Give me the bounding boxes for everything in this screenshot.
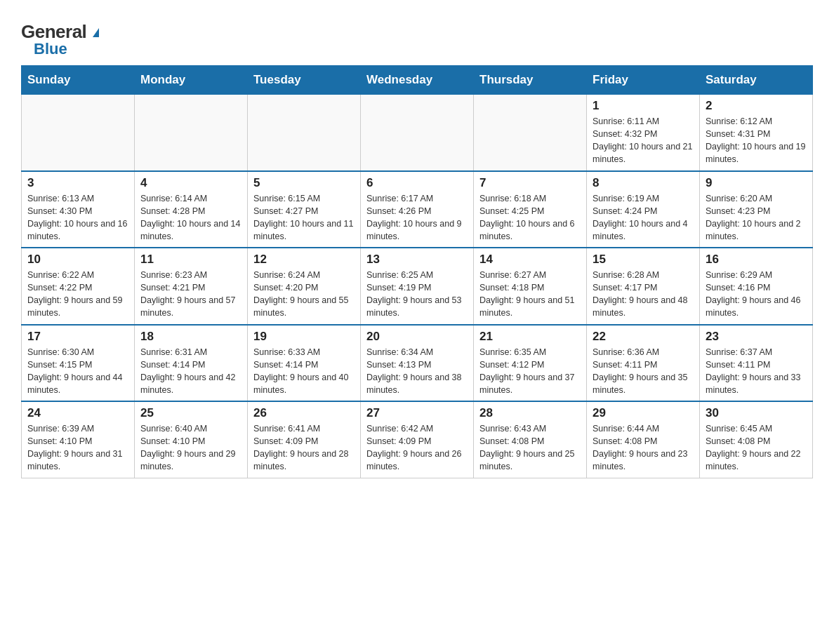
calendar-cell: 10Sunrise: 6:22 AMSunset: 4:22 PMDayligh… [22, 248, 135, 325]
calendar-cell: 18Sunrise: 6:31 AMSunset: 4:14 PMDayligh… [135, 325, 248, 402]
day-number: 26 [253, 406, 355, 420]
weekday-header-tuesday: Tuesday [248, 66, 361, 95]
day-info: Sunrise: 6:29 AMSunset: 4:16 PMDaylight:… [706, 269, 807, 320]
day-info: Sunrise: 6:17 AMSunset: 4:26 PMDaylight:… [366, 192, 468, 243]
calendar-cell: 28Sunrise: 6:43 AMSunset: 4:08 PMDayligh… [474, 401, 587, 478]
calendar-cell [248, 95, 361, 171]
calendar-cell: 29Sunrise: 6:44 AMSunset: 4:08 PMDayligh… [587, 401, 700, 478]
calendar-cell: 8Sunrise: 6:19 AMSunset: 4:24 PMDaylight… [587, 171, 700, 248]
day-info: Sunrise: 6:45 AMSunset: 4:08 PMDaylight:… [706, 422, 807, 474]
weekday-header-wednesday: Wednesday [361, 66, 474, 95]
day-info: Sunrise: 6:42 AMSunset: 4:09 PMDaylight:… [366, 422, 468, 474]
calendar-cell: 25Sunrise: 6:40 AMSunset: 4:10 PMDayligh… [135, 401, 248, 478]
day-info: Sunrise: 6:40 AMSunset: 4:10 PMDaylight:… [140, 422, 241, 474]
day-info: Sunrise: 6:19 AMSunset: 4:24 PMDaylight:… [593, 192, 694, 243]
day-number: 18 [140, 330, 241, 344]
day-number: 25 [140, 406, 241, 420]
day-number: 12 [253, 253, 355, 267]
day-info: Sunrise: 6:24 AMSunset: 4:20 PMDaylight:… [253, 269, 355, 320]
page-header: General Blue [21, 14, 813, 58]
day-number: 15 [593, 253, 694, 267]
calendar-cell: 27Sunrise: 6:42 AMSunset: 4:09 PMDayligh… [361, 401, 474, 478]
day-number: 10 [27, 253, 128, 267]
calendar-cell [135, 95, 248, 171]
day-number: 19 [253, 330, 355, 344]
day-number: 17 [27, 330, 128, 344]
day-info: Sunrise: 6:43 AMSunset: 4:08 PMDaylight:… [479, 422, 581, 474]
day-info: Sunrise: 6:33 AMSunset: 4:14 PMDaylight:… [253, 346, 355, 397]
calendar-cell: 7Sunrise: 6:18 AMSunset: 4:25 PMDaylight… [474, 171, 587, 248]
day-number: 29 [593, 406, 694, 420]
day-info: Sunrise: 6:28 AMSunset: 4:17 PMDaylight:… [593, 269, 694, 320]
day-number: 5 [253, 176, 355, 190]
day-number: 16 [706, 253, 807, 267]
logo-blue-text: Blue [34, 40, 67, 58]
day-number: 27 [366, 406, 468, 420]
day-info: Sunrise: 6:44 AMSunset: 4:08 PMDaylight:… [593, 422, 694, 474]
calendar-week-row: 3Sunrise: 6:13 AMSunset: 4:30 PMDaylight… [22, 171, 813, 248]
calendar-cell: 5Sunrise: 6:15 AMSunset: 4:27 PMDaylight… [248, 171, 361, 248]
calendar-cell: 14Sunrise: 6:27 AMSunset: 4:18 PMDayligh… [474, 248, 587, 325]
day-number: 7 [479, 176, 581, 190]
calendar-cell: 11Sunrise: 6:23 AMSunset: 4:21 PMDayligh… [135, 248, 248, 325]
calendar-cell: 1Sunrise: 6:11 AMSunset: 4:32 PMDaylight… [587, 95, 700, 171]
day-info: Sunrise: 6:25 AMSunset: 4:19 PMDaylight:… [366, 269, 468, 320]
day-info: Sunrise: 6:31 AMSunset: 4:14 PMDaylight:… [140, 346, 241, 397]
weekday-header-thursday: Thursday [474, 66, 587, 95]
day-number: 4 [140, 176, 241, 190]
calendar-cell: 9Sunrise: 6:20 AMSunset: 4:23 PMDaylight… [700, 171, 813, 248]
day-info: Sunrise: 6:34 AMSunset: 4:13 PMDaylight:… [366, 346, 468, 397]
weekday-header-saturday: Saturday [700, 66, 813, 95]
calendar-cell: 26Sunrise: 6:41 AMSunset: 4:09 PMDayligh… [248, 401, 361, 478]
calendar-cell: 6Sunrise: 6:17 AMSunset: 4:26 PMDaylight… [361, 171, 474, 248]
day-number: 1 [593, 99, 694, 113]
day-number: 30 [706, 406, 807, 420]
calendar-cell: 13Sunrise: 6:25 AMSunset: 4:19 PMDayligh… [361, 248, 474, 325]
day-number: 3 [27, 176, 128, 190]
calendar-week-row: 10Sunrise: 6:22 AMSunset: 4:22 PMDayligh… [22, 248, 813, 325]
day-number: 2 [706, 99, 807, 113]
day-number: 22 [593, 330, 694, 344]
day-info: Sunrise: 6:37 AMSunset: 4:11 PMDaylight:… [706, 346, 807, 397]
day-info: Sunrise: 6:41 AMSunset: 4:09 PMDaylight:… [253, 422, 355, 474]
day-number: 24 [27, 406, 128, 420]
day-info: Sunrise: 6:23 AMSunset: 4:21 PMDaylight:… [140, 269, 241, 320]
calendar-cell: 15Sunrise: 6:28 AMSunset: 4:17 PMDayligh… [587, 248, 700, 325]
calendar-cell: 24Sunrise: 6:39 AMSunset: 4:10 PMDayligh… [22, 401, 135, 478]
calendar-cell [361, 95, 474, 171]
calendar-cell: 2Sunrise: 6:12 AMSunset: 4:31 PMDaylight… [700, 95, 813, 171]
day-info: Sunrise: 6:18 AMSunset: 4:25 PMDaylight:… [479, 192, 581, 243]
day-info: Sunrise: 6:22 AMSunset: 4:22 PMDaylight:… [27, 269, 128, 320]
day-number: 9 [706, 176, 807, 190]
calendar-cell: 22Sunrise: 6:36 AMSunset: 4:11 PMDayligh… [587, 325, 700, 402]
calendar-week-row: 24Sunrise: 6:39 AMSunset: 4:10 PMDayligh… [22, 401, 813, 478]
calendar-cell: 30Sunrise: 6:45 AMSunset: 4:08 PMDayligh… [700, 401, 813, 478]
calendar-cell: 17Sunrise: 6:30 AMSunset: 4:15 PMDayligh… [22, 325, 135, 402]
logo: General Blue [21, 14, 99, 58]
day-number: 23 [706, 330, 807, 344]
calendar-cell: 20Sunrise: 6:34 AMSunset: 4:13 PMDayligh… [361, 325, 474, 402]
day-info: Sunrise: 6:27 AMSunset: 4:18 PMDaylight:… [479, 269, 581, 320]
day-info: Sunrise: 6:35 AMSunset: 4:12 PMDaylight:… [479, 346, 581, 397]
calendar-cell [474, 95, 587, 171]
calendar-week-row: 17Sunrise: 6:30 AMSunset: 4:15 PMDayligh… [22, 325, 813, 402]
calendar-week-row: 1Sunrise: 6:11 AMSunset: 4:32 PMDaylight… [22, 95, 813, 171]
weekday-header-friday: Friday [587, 66, 700, 95]
calendar-table: SundayMondayTuesdayWednesdayThursdayFrid… [21, 65, 813, 478]
day-info: Sunrise: 6:12 AMSunset: 4:31 PMDaylight:… [706, 115, 807, 166]
calendar-cell: 19Sunrise: 6:33 AMSunset: 4:14 PMDayligh… [248, 325, 361, 402]
calendar-cell [22, 95, 135, 171]
day-info: Sunrise: 6:13 AMSunset: 4:30 PMDaylight:… [27, 192, 128, 243]
calendar-cell: 23Sunrise: 6:37 AMSunset: 4:11 PMDayligh… [700, 325, 813, 402]
day-number: 14 [479, 253, 581, 267]
day-number: 8 [593, 176, 694, 190]
weekday-header-sunday: Sunday [22, 66, 135, 95]
day-info: Sunrise: 6:15 AMSunset: 4:27 PMDaylight:… [253, 192, 355, 243]
day-number: 6 [366, 176, 468, 190]
day-info: Sunrise: 6:39 AMSunset: 4:10 PMDaylight:… [27, 422, 128, 474]
day-info: Sunrise: 6:14 AMSunset: 4:28 PMDaylight:… [140, 192, 241, 243]
calendar-cell: 4Sunrise: 6:14 AMSunset: 4:28 PMDaylight… [135, 171, 248, 248]
day-info: Sunrise: 6:30 AMSunset: 4:15 PMDaylight:… [27, 346, 128, 397]
calendar-cell: 12Sunrise: 6:24 AMSunset: 4:20 PMDayligh… [248, 248, 361, 325]
day-number: 13 [366, 253, 468, 267]
